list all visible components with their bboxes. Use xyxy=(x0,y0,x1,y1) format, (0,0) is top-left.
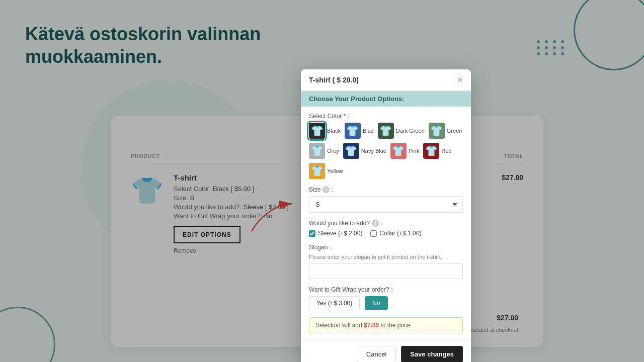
size-info-icon[interactable]: i xyxy=(323,186,330,193)
swatch-blue[interactable]: 👕 xyxy=(345,123,361,139)
gift-no-button[interactable]: No xyxy=(365,296,387,310)
collar-checkbox-label[interactable]: Collar (+$ 1.00) xyxy=(370,230,421,237)
modal-footer: Cancel Save changes xyxy=(301,339,471,362)
checkbox-group: Sleeve (+$ 2.00) Collar (+$ 1.00) xyxy=(309,230,463,237)
swatch-black[interactable]: 👕 xyxy=(309,123,325,139)
color-blue[interactable]: 👕 Blue xyxy=(345,123,374,139)
modal-header: T-shirt ( $ 20.0) × xyxy=(301,69,471,91)
swatch-red[interactable]: 👕 xyxy=(423,143,439,159)
size-select[interactable]: S XS M L XL XXL xyxy=(309,196,463,213)
swatch-grey[interactable]: 👕 xyxy=(309,143,325,159)
swatch-green[interactable]: 👕 xyxy=(429,123,445,139)
swatch-navy-blue[interactable]: 👕 xyxy=(343,143,359,159)
modal: T-shirt ( $ 20.0) × Choose Your Product … xyxy=(301,69,471,362)
gift-wrap-label: Want to Gift Wrap your order? : xyxy=(309,286,463,293)
color-dark-green[interactable]: 👕 Dark Green xyxy=(378,123,425,139)
addons-form-group: Would you like to add? i : Sleeve (+$ 2.… xyxy=(309,220,463,237)
size-label: Size i : xyxy=(309,186,463,193)
sleeve-checkbox[interactable] xyxy=(309,230,315,237)
modal-body: Select Color * : 👕 Black 👕 Blue xyxy=(301,107,471,339)
slogan-input[interactable] xyxy=(309,263,463,279)
gift-wrap-options: Yes (+$ 3.00) No xyxy=(309,296,463,310)
color-black[interactable]: 👕 Black xyxy=(309,123,341,139)
addons-label: Would you like to add? i : xyxy=(309,220,463,227)
slogan-label: Slogan : xyxy=(309,244,463,251)
swatch-pink[interactable]: 👕 xyxy=(390,143,407,159)
color-navy-blue[interactable]: 👕 Navy Blue xyxy=(343,143,386,159)
gift-yes-button[interactable]: Yes (+$ 3.00) xyxy=(309,296,360,310)
color-label: Select Color * : xyxy=(309,113,463,120)
swatch-dark-green[interactable]: 👕 xyxy=(378,123,394,139)
color-swatches: 👕 Black 👕 Blue 👕 Dark Green xyxy=(309,123,463,179)
gift-wrap-form-group: Want to Gift Wrap your order? : Yes (+$ … xyxy=(309,286,463,310)
addons-info-icon[interactable]: i xyxy=(372,220,379,227)
collar-checkbox[interactable] xyxy=(370,230,377,237)
price-notice: Selection will add $7.00 to the price xyxy=(309,317,463,333)
color-pink[interactable]: 👕 Pink xyxy=(390,143,419,159)
swatch-yellow[interactable]: 👕 xyxy=(309,163,325,179)
slogan-description: Please enter your slogan to get it print… xyxy=(309,254,463,260)
color-yellow[interactable]: 👕 Yellow xyxy=(309,163,343,179)
modal-close-button[interactable]: × xyxy=(457,75,463,84)
modal-title: T-shirt ( $ 20.0) xyxy=(309,76,359,84)
color-grey[interactable]: 👕 Grey xyxy=(309,143,339,159)
save-changes-button[interactable]: Save changes xyxy=(401,346,463,362)
slogan-form-group: Slogan : Please enter your slogan to get… xyxy=(309,244,463,279)
color-form-group: Select Color * : 👕 Black 👕 Blue xyxy=(309,113,463,179)
color-red[interactable]: 👕 Red xyxy=(423,143,451,159)
modal-section-header: Choose Your Product Options: xyxy=(301,91,471,107)
size-form-group: Size i : S XS M L XL XXL xyxy=(309,186,463,213)
cancel-button[interactable]: Cancel xyxy=(357,346,396,362)
sleeve-checkbox-label[interactable]: Sleeve (+$ 2.00) xyxy=(309,230,362,237)
color-green[interactable]: 👕 Green xyxy=(429,123,462,139)
